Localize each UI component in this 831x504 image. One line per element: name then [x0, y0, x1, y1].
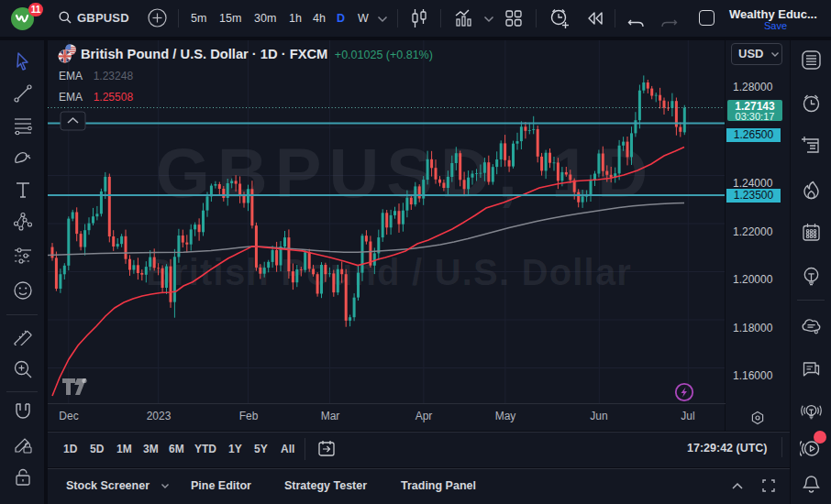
svg-text:British Pound / U.S. Dollar: British Pound / U.S. Dollar	[146, 252, 632, 292]
svg-text:GBPUSD, 1D: GBPUSD, 1D	[156, 134, 656, 212]
